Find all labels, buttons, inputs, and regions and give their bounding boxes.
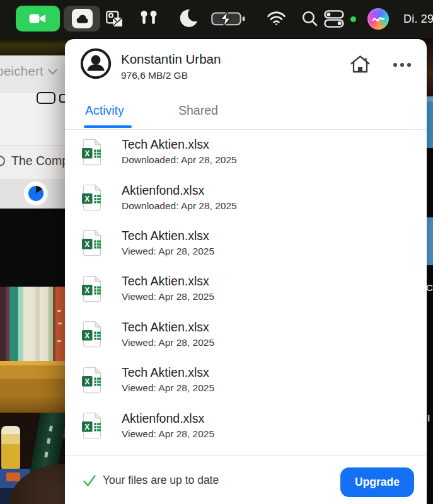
control-center-icon[interactable] bbox=[323, 9, 344, 28]
file-name: Tech Aktien.xlsx bbox=[122, 137, 237, 152]
file-name: Aktienfond.xlsx bbox=[122, 183, 237, 198]
excel-file-icon: X bbox=[81, 412, 103, 439]
bookshelf-photo bbox=[0, 287, 65, 361]
svg-text:X: X bbox=[84, 240, 89, 249]
tab-activity[interactable]: Activity bbox=[85, 103, 124, 118]
ellipsis-icon bbox=[400, 63, 404, 67]
file-status: Viewed: Apr 28, 2025 bbox=[122, 290, 214, 303]
active-tab-indicator bbox=[84, 125, 132, 128]
file-text: Aktienfond.xlsx Viewed: Apr 28, 2025 bbox=[122, 411, 214, 440]
background-strip bbox=[427, 217, 433, 265]
list-item[interactable]: X Tech Aktien.xlsx Viewed: Apr 28, 2025 bbox=[65, 357, 427, 403]
list-item[interactable]: X Tech Aktien.xlsx Viewed: Apr 28, 2025 bbox=[65, 266, 427, 311]
book-spine-text bbox=[44, 452, 48, 458]
onedrive-menu-button[interactable] bbox=[64, 6, 100, 32]
background-strip bbox=[427, 148, 433, 217]
focus-moon-icon[interactable] bbox=[178, 8, 199, 28]
excel-file-icon: X bbox=[81, 229, 103, 256]
background-band bbox=[0, 37, 69, 55]
wooden-shelf bbox=[0, 361, 65, 413]
tab-shared[interactable]: Shared bbox=[178, 103, 218, 118]
ellipsis-icon bbox=[407, 63, 411, 67]
book-spine-text bbox=[57, 340, 61, 342]
sync-status-text: Your files are up to date bbox=[103, 474, 219, 487]
storage-usage: 976,6 MB/2 GB bbox=[121, 70, 188, 81]
avatar[interactable] bbox=[80, 48, 112, 79]
book-spine-text bbox=[57, 310, 61, 312]
saved-dropdown: peichert bbox=[0, 64, 56, 79]
facetime-camera-button[interactable] bbox=[16, 6, 60, 32]
check-icon bbox=[82, 473, 97, 488]
panel-footer: Your files are up to date Upgrade bbox=[65, 455, 427, 504]
status-dot-icon bbox=[350, 16, 356, 22]
screen: peichert The Comp C I bbox=[0, 0, 433, 504]
book-spine-text bbox=[47, 438, 50, 444]
account-name: Konstantin Urban bbox=[121, 52, 221, 67]
list-item[interactable]: X Aktienfond.xlsx Downloaded: Apr 28, 20… bbox=[65, 175, 427, 220]
file-status: Downloaded: Apr 28, 2025 bbox=[122, 153, 237, 166]
background-strip bbox=[427, 37, 433, 96]
date-label: Di. 29 bbox=[403, 13, 433, 26]
yellow-object bbox=[1, 426, 20, 471]
menubar: Di. 29 bbox=[0, 0, 433, 38]
more-options-button[interactable] bbox=[389, 58, 415, 72]
svg-text:X: X bbox=[84, 423, 89, 432]
book-spine-text bbox=[58, 323, 62, 324]
background-button-icon bbox=[37, 92, 55, 104]
image-capture-icon[interactable] bbox=[105, 8, 124, 30]
file-name: Tech Aktien.xlsx bbox=[122, 274, 214, 289]
upgrade-button[interactable]: Upgrade bbox=[340, 467, 414, 497]
file-status: Viewed: Apr 28, 2025 bbox=[122, 427, 214, 440]
battery-charging-icon[interactable] bbox=[210, 11, 248, 27]
home-button[interactable] bbox=[348, 53, 372, 76]
file-text: Tech Aktien.xlsx Viewed: Apr 28, 2025 bbox=[122, 274, 214, 303]
excel-file-icon: X bbox=[81, 321, 103, 348]
excel-file-icon: X bbox=[81, 184, 103, 211]
saved-dropdown-label: peichert bbox=[0, 64, 43, 79]
activity-file-list[interactable]: X Tech Aktien.xlsx Downloaded: Apr 28, 2… bbox=[65, 129, 427, 455]
excel-file-icon: X bbox=[81, 367, 103, 394]
siri-icon[interactable] bbox=[367, 8, 389, 30]
background-strip bbox=[427, 96, 433, 148]
background-window-title: The Comp bbox=[0, 154, 69, 168]
pie-chart-glyph bbox=[28, 186, 43, 201]
background-dark bbox=[0, 209, 65, 287]
excel-file-icon: X bbox=[81, 139, 103, 166]
chevron-down-icon bbox=[47, 64, 57, 74]
list-item[interactable]: X Tech Aktien.xlsx Viewed: Apr 28, 2025 bbox=[65, 220, 427, 266]
background-glyph: I bbox=[427, 413, 430, 423]
file-text: Aktienfond.xlsx Downloaded: Apr 28, 2025 bbox=[122, 183, 237, 212]
book-label bbox=[6, 472, 20, 481]
window-title-label: The Comp bbox=[11, 154, 69, 168]
wifi-icon[interactable] bbox=[267, 10, 286, 26]
file-name: Aktienfond.xlsx bbox=[122, 411, 214, 426]
excel-file-icon: X bbox=[81, 275, 103, 302]
file-text: Tech Aktien.xlsx Viewed: Apr 28, 2025 bbox=[122, 320, 214, 349]
file-status: Downloaded: Apr 28, 2025 bbox=[122, 199, 237, 212]
svg-text:X: X bbox=[84, 149, 89, 158]
airpods-icon[interactable] bbox=[139, 9, 158, 28]
svg-text:X: X bbox=[84, 195, 89, 203]
list-item[interactable]: X Tech Aktien.xlsx Downloaded: Apr 28, 2… bbox=[65, 129, 427, 175]
home-icon bbox=[349, 54, 372, 75]
onedrive-cloud-icon bbox=[72, 9, 93, 28]
svg-text:X: X bbox=[84, 377, 89, 386]
background-strip bbox=[427, 265, 433, 504]
file-status: Viewed: Apr 28, 2025 bbox=[122, 381, 214, 394]
svg-text:X: X bbox=[84, 285, 89, 294]
file-text: Tech Aktien.xlsx Viewed: Apr 28, 2025 bbox=[122, 229, 214, 258]
onedrive-panel: Konstantin Urban 976,6 MB/2 GB Activity … bbox=[65, 39, 427, 504]
list-item[interactable]: X Aktienfond.xlsx Viewed: Apr 28, 2025 bbox=[65, 403, 427, 448]
file-name: Tech Aktien.xlsx bbox=[122, 365, 214, 380]
book-spine-text bbox=[49, 425, 53, 432]
globe-icon bbox=[0, 156, 5, 166]
spotlight-search-icon[interactable] bbox=[301, 9, 318, 27]
file-text: Tech Aktien.xlsx Viewed: Apr 28, 2025 bbox=[122, 365, 214, 394]
menubar-clock[interactable]: Di. 29 bbox=[403, 0, 433, 38]
svg-text:X: X bbox=[84, 331, 89, 340]
list-item[interactable]: X Tech Aktien.xlsx Viewed: Apr 28, 2025 bbox=[65, 312, 427, 357]
pie-chart-icon bbox=[24, 181, 48, 205]
background-glyph: C bbox=[426, 282, 433, 293]
file-name: Tech Aktien.xlsx bbox=[122, 320, 214, 335]
video-camera-icon bbox=[29, 13, 47, 25]
